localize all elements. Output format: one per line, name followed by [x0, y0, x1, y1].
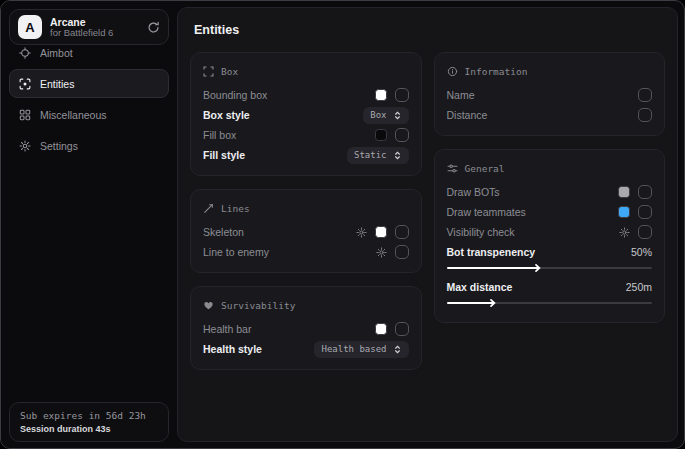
box-corners-icon [203, 66, 214, 77]
dropdown-value: Static [354, 150, 387, 160]
max-distance-group: Max distance 250m [447, 277, 653, 307]
sidebar: A Arcane for Battlefield 6 Category Aimb… [1, 1, 177, 448]
section-title: General [465, 163, 505, 174]
setting-row-visibility-check: Visibility check [447, 222, 653, 242]
sidebar-nav: Aimbot Entities Miscel [1, 38, 177, 160]
color-swatch[interactable] [375, 323, 387, 335]
subscription-status-card: Sub expires in 56d 23h Session duration … [9, 402, 169, 442]
color-swatch[interactable] [618, 186, 630, 198]
sidebar-item-label: Miscellaneous [40, 109, 107, 121]
sidebar-item-entities[interactable]: Entities [9, 69, 169, 98]
setting-label: Bot transpenency [447, 246, 536, 258]
setting-label: Distance [447, 109, 488, 121]
setting-label: Max distance [447, 281, 513, 293]
setting-row-name: Name [447, 85, 653, 105]
setting-label: Name [447, 89, 475, 101]
app-window: A Arcane for Battlefield 6 Category Aimb… [0, 0, 685, 449]
visibility-config-gear-icon[interactable] [619, 227, 630, 238]
setting-row-draw-teammates: Draw teammates [447, 202, 653, 222]
left-column: Box Bounding box Box style Box [190, 52, 422, 370]
setting-label: Draw BOTs [447, 186, 500, 198]
line-icon [203, 203, 214, 214]
sidebar-item-miscellaneous[interactable]: Miscellaneous [9, 100, 169, 129]
health-style-dropdown[interactable]: Health based [314, 341, 408, 358]
setting-row-draw-bots: Draw BOTs [447, 182, 653, 202]
sidebar-item-label: Settings [40, 140, 78, 152]
unfold-icon [393, 111, 402, 120]
setting-row-health-bar: Health bar [203, 319, 409, 339]
session-duration-text: Session duration 43s [20, 424, 158, 434]
setting-row-fill-box: Fill box [203, 125, 409, 145]
max-distance-slider[interactable] [447, 298, 653, 307]
setting-label: Bounding box [203, 89, 267, 101]
right-column: Information Name Distance [434, 52, 666, 323]
entities-scan-icon [19, 78, 31, 90]
setting-label: Fill box [203, 129, 236, 141]
section-title: Box [221, 66, 238, 77]
color-swatch[interactable] [375, 129, 387, 141]
sub-expires-text: Sub expires in 56d 23h [20, 410, 158, 421]
skeleton-config-gear-icon[interactable] [356, 227, 367, 238]
setting-row-fill-style: Fill style Static [203, 145, 409, 165]
section-title: Lines [221, 203, 250, 214]
bot-transparency-slider[interactable] [447, 263, 653, 272]
setting-row-health-style: Health style Health based [203, 339, 409, 359]
box-card: Box Bounding box Box style Box [190, 52, 422, 176]
setting-label: Line to enemy [203, 246, 269, 258]
draw-teammates-checkbox[interactable] [638, 205, 652, 219]
health-bar-checkbox[interactable] [395, 322, 409, 336]
dropdown-value: Box [370, 110, 386, 120]
app-subtitle: for Battlefield 6 [50, 28, 139, 39]
bot-transparency-group: Bot transpenency 50% [447, 242, 653, 272]
main-panel: Entities Box Bounding box [177, 7, 678, 442]
unfold-icon [393, 345, 402, 354]
line-to-enemy-checkbox[interactable] [395, 245, 409, 259]
setting-label: Visibility check [447, 226, 515, 238]
bounding-box-checkbox[interactable] [395, 88, 409, 102]
slider-thumb[interactable] [534, 264, 542, 272]
fill-style-dropdown[interactable]: Static [347, 147, 409, 164]
setting-label: Draw teammates [447, 206, 526, 218]
information-card: Information Name Distance [434, 52, 666, 136]
name-checkbox[interactable] [638, 88, 652, 102]
heart-icon [203, 300, 214, 311]
distance-checkbox[interactable] [638, 108, 652, 122]
crosshair-icon [19, 47, 31, 59]
fill-box-checkbox[interactable] [395, 128, 409, 142]
dropdown-value: Health based [321, 344, 386, 354]
sliders-icon [447, 163, 458, 174]
section-title: Information [465, 66, 528, 77]
setting-row-distance: Distance [447, 105, 653, 125]
info-icon [447, 66, 458, 77]
survivability-card: Survivability Health bar Health style He… [190, 286, 422, 370]
general-card: General Draw BOTs Draw teammates [434, 149, 666, 323]
setting-label: Health style [203, 343, 262, 355]
color-swatch[interactable] [375, 226, 387, 238]
setting-row-line-to-enemy: Line to enemy [203, 242, 409, 262]
setting-label: Fill style [203, 149, 245, 161]
color-swatch[interactable] [618, 206, 630, 218]
bot-transparency-value: 50% [631, 246, 652, 258]
gear-icon [19, 140, 31, 152]
setting-label: Skeleton [203, 226, 244, 238]
max-distance-value: 250m [626, 281, 652, 293]
slider-thumb[interactable] [489, 299, 497, 307]
skeleton-checkbox[interactable] [395, 225, 409, 239]
sync-icon[interactable] [147, 21, 160, 34]
setting-row-bounding-box: Bounding box [203, 85, 409, 105]
grid-icon [19, 109, 31, 121]
app-name: Arcane [50, 16, 139, 28]
section-title: Survivability [221, 300, 295, 311]
visibility-check-checkbox[interactable] [638, 225, 652, 239]
app-header-card: A Arcane for Battlefield 6 [9, 9, 169, 45]
color-swatch[interactable] [375, 89, 387, 101]
line-to-enemy-config-gear-icon[interactable] [376, 247, 387, 258]
setting-row-box-style: Box style Box [203, 105, 409, 125]
setting-label: Health bar [203, 323, 251, 335]
sidebar-item-label: Aimbot [40, 47, 73, 59]
unfold-icon [393, 151, 402, 160]
sidebar-item-settings[interactable]: Settings [9, 131, 169, 160]
sidebar-item-label: Entities [40, 78, 74, 90]
draw-bots-checkbox[interactable] [638, 185, 652, 199]
box-style-dropdown[interactable]: Box [363, 107, 408, 124]
